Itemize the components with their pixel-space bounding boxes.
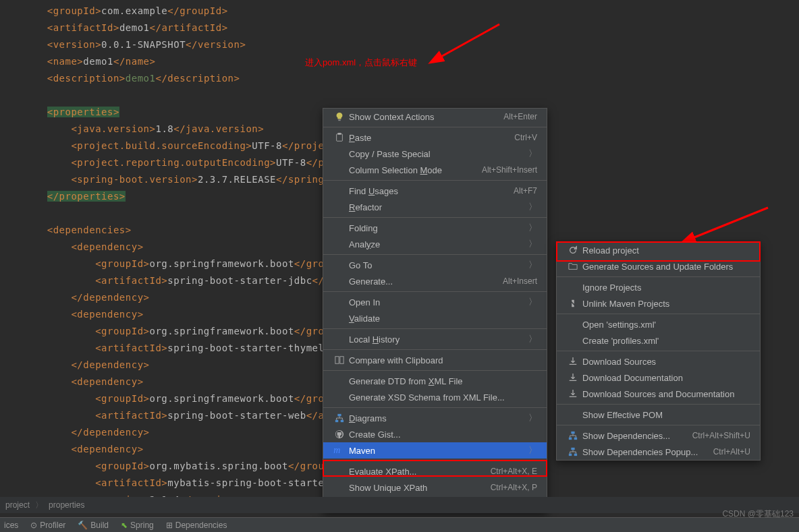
code-line[interactable]: [3, 87, 799, 104]
diagram-icon: [333, 413, 346, 423]
menu-item-maven[interactable]: mMaven〉: [323, 442, 547, 459]
menu-item-label: Analyze: [346, 239, 528, 249]
menu-separator: [323, 291, 547, 292]
diagram-icon: [566, 431, 580, 440]
menu-item-label: Ignore Projects: [580, 283, 750, 293]
chevron-right-icon: 〉: [528, 259, 537, 271]
folders-icon: [566, 262, 580, 271]
menu-item-go-to[interactable]: Go To〉: [323, 257, 547, 273]
breadcrumb-separator: 〉: [35, 500, 43, 511]
svg-rect-8: [337, 414, 341, 417]
menu-item-label: Open In: [346, 297, 528, 307]
menu-item-label: Maven: [346, 446, 528, 456]
menu-item-download-documentation[interactable]: Download Documentation: [557, 370, 760, 386]
menu-separator: [323, 254, 547, 255]
menu-item-create-gist[interactable]: Create Gist...: [323, 426, 547, 442]
menu-item-label: Create 'profiles.xml': [580, 336, 750, 346]
menu-item-label: Generate...: [346, 276, 503, 287]
menu-item-refactor[interactable]: Refactor〉: [323, 199, 547, 215]
menu-item-label: Create Gist...: [346, 430, 537, 440]
menu-item-create-profiles-xml[interactable]: Create 'profiles.xml': [557, 332, 760, 349]
menu-item-generate-dtd-from-xml-file[interactable]: Generate DTD from XML File: [323, 373, 547, 389]
code-line[interactable]: <description>demo1</description>: [3, 70, 799, 87]
menu-item-evaluate-xpath[interactable]: Evaluate XPath...Ctrl+Alt+X, E: [323, 463, 547, 479]
menu-item-validate[interactable]: Validate: [323, 310, 547, 326]
menu-item-shortcut: Alt+Shift+Insert: [482, 165, 537, 175]
menu-item-column-selection-mode[interactable]: Column Selection ModeAlt+Shift+Insert: [323, 162, 547, 178]
chevron-right-icon: 〉: [528, 296, 537, 308]
menu-item-folding[interactable]: Folding〉: [323, 220, 547, 236]
chevron-right-icon: 〉: [528, 412, 537, 424]
menu-item-show-effective-pom[interactable]: Show Effective POM: [557, 407, 760, 423]
menu-item-compare-with-clipboard[interactable]: Compare with Clipboard: [323, 352, 547, 368]
code-line[interactable]: <version>0.0.1-SNAPSHOT</version>: [3, 36, 799, 53]
menu-item-reload-project[interactable]: Reload project: [557, 242, 760, 258]
code-line[interactable]: <artifactId>demo1</artifactId>: [3, 20, 799, 36]
menu-item-download-sources[interactable]: Download Sources: [557, 353, 760, 370]
toolbar-item[interactable]: ⬉Spring: [121, 521, 154, 530]
svg-rect-3: [338, 119, 341, 121]
svg-rect-16: [571, 432, 574, 434]
paste-icon: [333, 133, 346, 142]
menu-item-label: Show Effective POM: [580, 410, 750, 420]
menu-item-shortcut: Ctrl+Alt+X, P: [491, 483, 537, 492]
menu-item-label: Evaluate XPath...: [346, 467, 491, 477]
menu-item-copy-paste-special[interactable]: Copy / Paste Special〉: [323, 146, 547, 162]
menu-item-open-settings-xml[interactable]: Open 'settings.xml': [557, 316, 760, 332]
toolbar-item[interactable]: 🔨Build: [78, 521, 109, 530]
breadcrumb-item[interactable]: properties: [49, 500, 84, 510]
bottom-toolbar[interactable]: ices ⊙Profiler 🔨Build ⬉Spring ⊞Dependenc…: [0, 517, 799, 532]
breadcrumb[interactable]: project 〉 properties: [0, 497, 799, 513]
chevron-right-icon: 〉: [528, 333, 537, 345]
menu-item-ignore-projects[interactable]: Ignore Projects: [557, 279, 760, 295]
svg-rect-19: [571, 448, 574, 450]
menu-item-label: Refactor: [346, 202, 528, 212]
code-line[interactable]: <groupId>com.example</groupId>: [3, 3, 799, 20]
menu-item-diagrams[interactable]: Diagrams〉: [323, 410, 547, 426]
svg-text:m: m: [333, 446, 340, 455]
toolbar-item[interactable]: ⊙Profiler: [30, 521, 65, 530]
menu-item-label: Download Sources: [580, 357, 750, 367]
svg-rect-5: [337, 133, 341, 135]
menu-item-label: Generate Sources and Update Folders: [580, 262, 750, 272]
menu-item-label: Download Documentation: [580, 373, 750, 383]
breadcrumb-item[interactable]: project: [5, 500, 30, 510]
menu-item-find-usages[interactable]: Find UsagesAlt+F7: [323, 183, 547, 199]
svg-rect-9: [335, 420, 338, 423]
menu-separator: [323, 461, 547, 461]
menu-item-show-dependencies-popup[interactable]: Show Dependencies Popup...Ctrl+Alt+U: [557, 444, 760, 460]
menu-item-label: Unlink Maven Projects: [580, 299, 750, 309]
menu-item-generate-xsd-schema-from-xml-file[interactable]: Generate XSD Schema from XML File...: [323, 389, 547, 405]
menu-separator: [323, 180, 547, 181]
menu-item-label: Folding: [346, 223, 528, 233]
menu-item-show-dependencies[interactable]: Show Dependencies...Ctrl+Alt+Shift+U: [557, 427, 760, 444]
menu-separator: [557, 425, 760, 425]
maven-submenu[interactable]: Reload projectGenerate Sources and Updat…: [556, 241, 761, 461]
toolbar-item[interactable]: ⊞Dependencies: [166, 521, 227, 530]
menu-separator: [323, 127, 547, 127]
menu-item-download-sources-and-documentation[interactable]: Download Sources and Documentation: [557, 386, 760, 402]
github-icon: [333, 430, 346, 439]
context-menu[interactable]: Show Context ActionsAlt+EnterPasteCtrl+V…: [323, 108, 547, 512]
menu-item-generate-sources-and-update-folders[interactable]: Generate Sources and Update Folders: [557, 258, 760, 274]
menu-item-generate[interactable]: Generate...Alt+Insert: [323, 273, 547, 289]
menu-item-paste[interactable]: PasteCtrl+V: [323, 129, 547, 146]
download-icon: [566, 357, 580, 366]
menu-item-label: Show Dependencies...: [580, 431, 692, 441]
menu-item-show-unique-xpath[interactable]: Show Unique XPathCtrl+Alt+X, P: [323, 479, 547, 496]
menu-separator: [323, 328, 547, 329]
menu-item-label: Find Usages: [346, 186, 514, 196]
menu-item-open-in[interactable]: Open In〉: [323, 294, 547, 310]
menu-item-local-history[interactable]: Local History〉: [323, 331, 547, 347]
menu-item-analyze[interactable]: Analyze〉: [323, 236, 547, 252]
download-icon: [566, 389, 580, 398]
menu-item-show-context-actions[interactable]: Show Context ActionsAlt+Enter: [323, 109, 547, 125]
menu-separator: [557, 314, 760, 314]
svg-rect-21: [574, 454, 577, 456]
menu-separator: [323, 407, 547, 408]
compare-icon: [333, 355, 346, 365]
toolbar-item[interactable]: ices: [4, 521, 18, 530]
svg-rect-7: [340, 357, 343, 364]
watermark: CSDN @零基础123: [722, 508, 794, 520]
menu-item-unlink-maven-projects[interactable]: Unlink Maven Projects: [557, 295, 760, 312]
